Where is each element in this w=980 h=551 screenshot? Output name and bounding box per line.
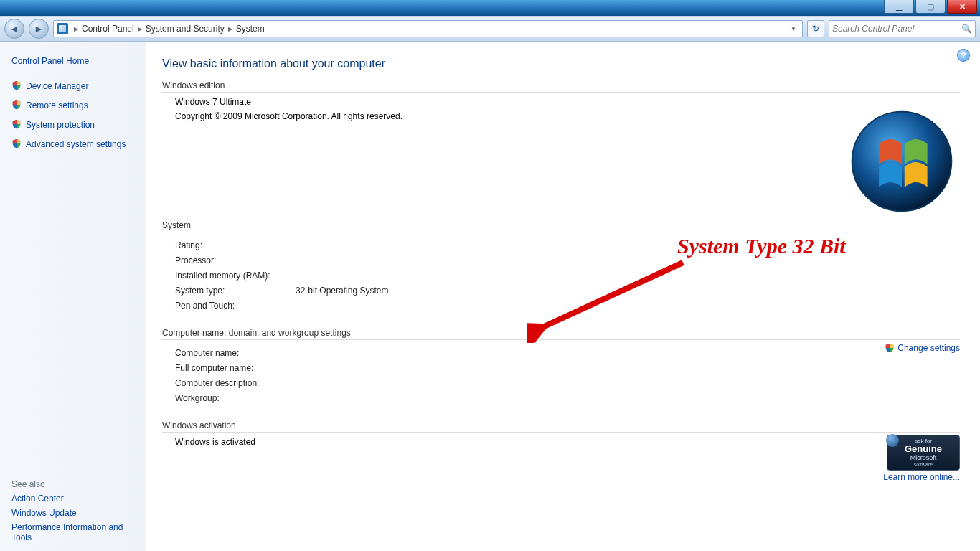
control-panel-icon <box>57 23 68 34</box>
value-workgroup <box>296 392 960 405</box>
seealso-action-center[interactable]: Action Center <box>11 494 139 504</box>
minimize-button[interactable]: ▁ <box>884 0 914 14</box>
genuine-microsoft-badge[interactable]: ask for Genuine Microsoft software <box>887 435 960 471</box>
windows-edition-name: Windows 7 Ultimate <box>162 97 960 107</box>
refresh-icon: ↻ <box>812 24 819 34</box>
annotation-text: System Type 32 Bit <box>677 234 846 258</box>
label-full-computer-name: Full computer name: <box>175 362 296 375</box>
label-rating: Rating: <box>175 239 296 252</box>
shield-icon <box>11 119 22 129</box>
search-icon: 🔍 <box>961 24 972 34</box>
help-icon[interactable]: ? <box>957 49 970 62</box>
value-rating <box>296 239 960 252</box>
value-pen-touch <box>296 299 960 312</box>
change-settings-link[interactable]: Change settings <box>885 343 960 353</box>
chevron-right-icon: ▶ <box>228 26 232 32</box>
navbar: ◄ ► ▶ Control Panel ▶ System and Securit… <box>0 16 980 42</box>
sidebar-control-panel-home[interactable]: Control Panel Home <box>11 56 139 66</box>
label-pen-touch: Pen and Touch: <box>175 299 296 312</box>
close-button[interactable]: ✕ <box>947 0 977 14</box>
close-icon: ✕ <box>959 2 966 11</box>
shield-icon <box>885 343 895 353</box>
search-placeholder: Search Control Panel <box>832 24 914 34</box>
value-computer-description <box>296 377 960 390</box>
seealso-windows-update[interactable]: Windows Update <box>11 508 139 518</box>
shield-icon <box>11 138 22 149</box>
chevron-right-icon: ▶ <box>138 26 142 32</box>
value-memory <box>296 269 960 282</box>
breadcrumb-item[interactable]: System <box>236 24 265 34</box>
value-computer-name <box>296 347 960 359</box>
breadcrumb-item[interactable]: System and Security <box>146 24 225 34</box>
label-computer-name: Computer name: <box>175 347 296 359</box>
value-processor <box>296 254 960 267</box>
seealso-performance-info[interactable]: Performance Information and Tools <box>11 522 139 542</box>
sidebar-system-protection[interactable]: System protection <box>11 119 139 130</box>
maximize-icon: ▢ <box>927 2 934 11</box>
back-button[interactable]: ◄ <box>4 19 24 39</box>
chevron-right-icon: ▶ <box>74 26 78 32</box>
sidebar-advanced-system-settings[interactable]: Advanced system settings <box>11 138 139 149</box>
page-title: View basic information about your comput… <box>162 57 960 70</box>
window-titlebar: ▁ ▢ ✕ <box>0 0 980 16</box>
arrow-left-icon: ◄ <box>9 23 19 34</box>
minimize-icon: ▁ <box>896 2 902 11</box>
shield-icon <box>11 100 22 110</box>
windows-logo-icon <box>848 108 956 215</box>
section-computer-name: Computer name, domain, and workgroup set… <box>162 328 960 340</box>
activation-status: Windows is activated <box>162 437 960 447</box>
section-system: System <box>162 220 960 232</box>
sidebar: Control Panel Home Device Manager Remote… <box>0 42 146 551</box>
arrow-right-icon: ► <box>34 23 44 34</box>
value-full-computer-name <box>296 362 960 375</box>
windows-copyright: Copyright © 2009 Microsoft Corporation. … <box>162 111 960 121</box>
label-system-type: System type: <box>175 284 296 297</box>
windows-orb-icon <box>886 434 899 447</box>
sidebar-remote-settings[interactable]: Remote settings <box>11 100 139 110</box>
learn-more-online-link[interactable]: Learn more online... <box>883 472 960 482</box>
forward-button[interactable]: ► <box>29 19 49 39</box>
breadcrumb-item[interactable]: Control Panel <box>82 24 134 34</box>
label-memory: Installed memory (RAM): <box>175 269 296 282</box>
maximize-button[interactable]: ▢ <box>915 0 946 14</box>
see-also-header: See also <box>11 479 139 489</box>
label-computer-description: Computer description: <box>175 377 296 390</box>
chevron-down-icon[interactable]: ▼ <box>788 26 799 32</box>
refresh-button[interactable]: ↻ <box>807 20 824 37</box>
label-workgroup: Workgroup: <box>175 392 296 405</box>
label-processor: Processor: <box>175 254 296 267</box>
value-system-type: 32-bit Operating System <box>296 284 960 297</box>
main-content: ? View basic information about your comp… <box>146 42 980 551</box>
address-bar[interactable]: ▶ Control Panel ▶ System and Security ▶ … <box>53 20 803 37</box>
sidebar-device-manager[interactable]: Device Manager <box>11 80 139 91</box>
search-input[interactable]: Search Control Panel 🔍 <box>829 20 976 37</box>
section-windows-edition: Windows edition <box>162 80 960 93</box>
section-windows-activation: Windows activation <box>162 420 960 433</box>
shield-icon <box>11 80 22 90</box>
